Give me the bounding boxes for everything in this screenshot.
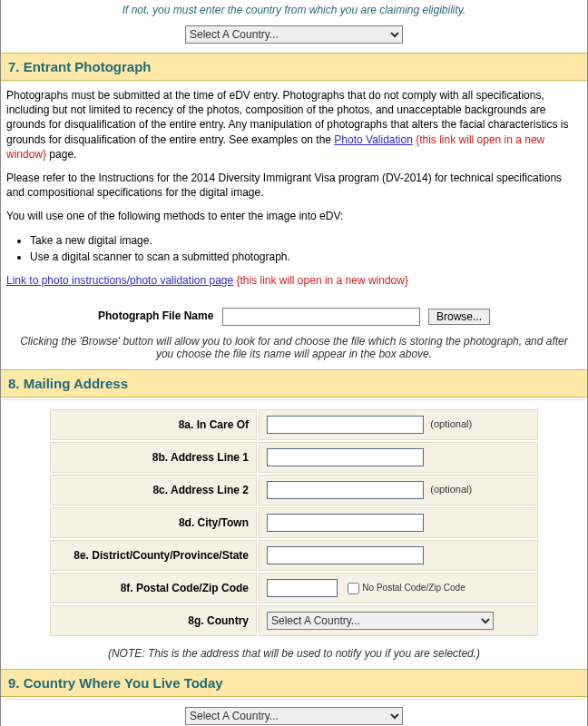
new-window-note-2: {this link will open in a new window} <box>237 274 408 287</box>
no-zip-checkbox[interactable] <box>348 583 359 594</box>
addr2-label: 8c. Address Line 2 <box>50 475 257 505</box>
care-of-input[interactable] <box>267 416 424 434</box>
city-label: 8d. City/Town <box>50 507 257 538</box>
mailing-address-table: 8a. In Care Of (optional) 8b. Address Li… <box>48 407 540 638</box>
no-zip-label: No Postal Code/Zip Code <box>362 583 465 593</box>
care-of-label: 8a. In Care Of <box>50 409 257 440</box>
table-row: 8d. City/Town <box>50 507 538 538</box>
photo-method-2: Use a digital scanner to scan a submitte… <box>30 250 582 264</box>
postal-input[interactable] <box>267 579 338 597</box>
live-country-select[interactable]: Select A Country... <box>185 707 403 725</box>
section-9-header: 9. Country Where You Live Today <box>1 669 587 697</box>
postal-label: 8f. Postal Code/Zip Code <box>50 573 257 603</box>
photo-file-input[interactable] <box>222 308 420 326</box>
photo-method-1: Take a new digital image. <box>30 233 582 248</box>
table-row: 8a. In Care Of (optional) <box>50 409 538 440</box>
photo-validation-link[interactable]: Photo Validation <box>334 133 413 146</box>
table-row: 8e. District/County/Province/State <box>50 540 538 571</box>
addr1-label: 8b. Address Line 1 <box>50 442 257 473</box>
table-row: 8f. Postal Code/Zip Code No Postal Code/… <box>50 573 538 603</box>
country-label: 8g. Country <box>50 605 257 636</box>
optional-label: (optional) <box>430 484 472 495</box>
photo-file-label: Photograph File Name <box>98 309 213 322</box>
photo-instructions-link[interactable]: Link to photo instructions/photo validat… <box>6 274 233 287</box>
section-7-header: 7. Entrant Photograph <box>1 53 587 81</box>
browse-hint: Clicking the 'Browse' button will allow … <box>1 333 587 369</box>
eligibility-instruction: If not, you must enter the country from … <box>1 0 587 20</box>
photo-paragraph-3: You will use one of the following method… <box>6 209 582 223</box>
mailing-note: (NOTE: This is the address that will be … <box>1 643 587 669</box>
photo-paragraph-2: Please refer to the Instructions for the… <box>6 171 582 200</box>
table-row: 8c. Address Line 2 (optional) <box>50 475 538 505</box>
city-input[interactable] <box>267 514 424 532</box>
photo-paragraph-1: Photographs must be submitted at the tim… <box>6 88 582 162</box>
mailing-country-select[interactable]: Select A Country... <box>267 612 494 630</box>
district-input[interactable] <box>267 546 424 564</box>
addr1-input[interactable] <box>267 448 424 466</box>
table-row: 8g. Country Select A Country... <box>50 605 538 636</box>
table-row: 8b. Address Line 1 <box>50 442 538 473</box>
optional-label: (optional) <box>430 418 472 429</box>
district-label: 8e. District/County/Province/State <box>50 540 257 571</box>
section-8-header: 8. Mailing Address <box>1 369 587 397</box>
addr2-input[interactable] <box>267 481 424 499</box>
eligibility-country-select[interactable]: Select A Country... <box>185 25 403 44</box>
browse-button[interactable]: Browse... <box>428 309 490 325</box>
